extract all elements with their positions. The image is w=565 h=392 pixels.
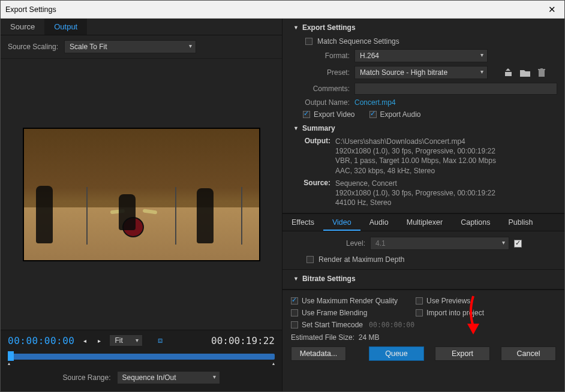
preset-dropdown[interactable]: Match Source - High bitrate xyxy=(354,66,488,79)
chevron-down-icon[interactable]: ▼ xyxy=(293,276,299,282)
use-previews-checkbox[interactable] xyxy=(416,297,423,304)
safe-margins-icon[interactable]: ⧈ xyxy=(156,336,164,345)
match-sequence-checkbox[interactable] xyxy=(305,38,312,45)
level-label: Level: xyxy=(293,239,365,248)
source-range-value: Sequence In/Out xyxy=(122,373,176,382)
level-match-checkbox[interactable] xyxy=(514,240,522,248)
source-scaling-row: Source Scaling: Scale To Fit xyxy=(1,35,282,59)
source-range-dropdown[interactable]: Sequence In/Out xyxy=(117,371,220,384)
zoom-fit-value: Fit xyxy=(115,336,122,345)
cancel-button[interactable]: Cancel xyxy=(501,346,556,361)
source-scaling-label: Source Scaling: xyxy=(8,43,58,51)
format-dropdown[interactable]: H.264 xyxy=(354,49,488,62)
export-video-label: Export Video xyxy=(314,110,355,119)
right-panel: ▼ Export Settings Match Sequence Setting… xyxy=(282,19,564,391)
prev-frame-icon[interactable]: ◂ xyxy=(80,336,89,345)
settings-subtabs: Effects Video Audio Multiplexer Captions… xyxy=(282,213,564,231)
preview-tabs: Source Output xyxy=(1,19,282,35)
queue-button[interactable]: Queue xyxy=(369,346,424,361)
render-max-depth-label: Render at Maximum Depth xyxy=(318,255,404,264)
start-timecode-value: 00:00:00:00 xyxy=(366,321,414,329)
content-area: Source Output Source Scaling: Scale To F… xyxy=(1,19,564,391)
summary-source-lines: Sequence, Concert 1920x1080 (1.0), 30 fp… xyxy=(335,179,557,208)
close-icon[interactable]: ✕ xyxy=(545,3,560,16)
metadata-button[interactable]: Metadata... xyxy=(291,346,346,361)
frame-blending-label: Use Frame Blending xyxy=(302,309,367,317)
estimated-size-label: Estimated File Size: xyxy=(291,333,354,342)
output-name-label: Output Name: xyxy=(293,98,350,107)
import-project-label: Import into project xyxy=(426,309,484,317)
source-range-label: Source Range: xyxy=(62,373,110,382)
bitrate-heading: Bitrate Settings xyxy=(302,275,356,283)
export-button[interactable]: Export xyxy=(435,346,490,361)
max-render-quality-label: Use Maximum Render Quality xyxy=(302,297,398,305)
set-start-timecode-checkbox[interactable] xyxy=(291,321,298,328)
format-value: H.264 xyxy=(360,52,379,60)
summary-source-label: Source: xyxy=(300,179,330,208)
chevron-down-icon[interactable]: ▼ xyxy=(293,25,299,31)
max-render-quality-checkbox[interactable] xyxy=(291,297,298,304)
import-preset-icon[interactable] xyxy=(519,67,531,79)
transport-bar: 00:00:00:00 ◂ ▸ Fit ⧈ 00:00:19:22 ▴▴ Sou… xyxy=(1,330,282,391)
subtab-video[interactable]: Video xyxy=(323,214,360,231)
export-settings-heading: Export Settings xyxy=(302,23,356,32)
video-preview[interactable] xyxy=(23,128,260,261)
output-name-link[interactable]: Concert.mp4 xyxy=(354,98,396,107)
delete-preset-icon[interactable] xyxy=(536,67,548,79)
comments-input[interactable] xyxy=(354,83,557,95)
frame-blending-checkbox[interactable] xyxy=(291,309,298,316)
export-settings-section: ▼ Export Settings Match Sequence Setting… xyxy=(282,19,564,213)
zoom-fit-dropdown[interactable]: Fit xyxy=(109,334,143,346)
source-scaling-dropdown[interactable]: Scale To Fit xyxy=(64,40,196,53)
tab-source[interactable]: Source xyxy=(1,19,44,35)
end-timecode: 00:00:19:22 xyxy=(211,335,275,346)
summary-heading: Summary xyxy=(302,124,335,132)
use-previews-label: Use Previews xyxy=(426,297,470,305)
estimated-size-value: 24 MB xyxy=(359,333,380,342)
export-audio-label: Export Audio xyxy=(380,110,421,119)
footer-panel: Use Maximum Render Quality Use Previews … xyxy=(282,290,564,366)
source-scaling-value: Scale To Fit xyxy=(70,43,107,51)
subtab-effects[interactable]: Effects xyxy=(282,214,323,231)
summary-output-label: Output: xyxy=(300,137,330,176)
subtab-publish[interactable]: Publish xyxy=(500,214,542,231)
format-label: Format: xyxy=(293,52,350,60)
bitrate-section: ▼ Bitrate Settings xyxy=(282,269,564,290)
level-dropdown[interactable]: 4.1 xyxy=(370,237,509,250)
summary-output-lines: C:\Users\shash\Downloads\Concert.mp4 192… xyxy=(335,137,557,176)
tab-output[interactable]: Output xyxy=(44,19,87,35)
export-settings-window: Export Settings ✕ Source Output Source S… xyxy=(0,0,565,392)
timeline-scrubber[interactable]: ▴▴ xyxy=(8,352,275,365)
export-video-checkbox[interactable] xyxy=(303,111,310,118)
current-timecode[interactable]: 00:00:00:00 xyxy=(8,335,74,346)
render-max-depth-checkbox[interactable] xyxy=(306,256,314,263)
subtab-audio[interactable]: Audio xyxy=(360,214,398,231)
preview-area xyxy=(1,59,282,330)
video-settings-panel: Level: 4.1 Render at Maximum Depth xyxy=(282,231,564,269)
set-start-timecode-label: Set Start Timecode xyxy=(302,321,363,329)
window-title: Export Settings xyxy=(5,5,56,14)
preset-label: Preset: xyxy=(293,68,350,77)
export-audio-checkbox[interactable] xyxy=(369,111,377,118)
summary-block: Output: C:\Users\shash\Downloads\Concert… xyxy=(293,136,557,208)
save-preset-icon[interactable] xyxy=(502,67,514,79)
comments-label: Comments: xyxy=(293,85,350,93)
subtab-multiplexer[interactable]: Multiplexer xyxy=(398,214,452,231)
match-sequence-label: Match Sequence Settings xyxy=(317,37,399,46)
level-value: 4.1 xyxy=(375,239,386,248)
chevron-down-icon[interactable]: ▼ xyxy=(293,125,299,131)
import-project-checkbox[interactable] xyxy=(416,309,423,316)
next-frame-icon[interactable]: ▸ xyxy=(95,336,103,345)
left-panel: Source Output Source Scaling: Scale To F… xyxy=(1,19,282,391)
subtab-captions[interactable]: Captions xyxy=(452,214,499,231)
preset-value: Match Source - High bitrate xyxy=(360,68,447,77)
titlebar: Export Settings ✕ xyxy=(1,1,564,19)
